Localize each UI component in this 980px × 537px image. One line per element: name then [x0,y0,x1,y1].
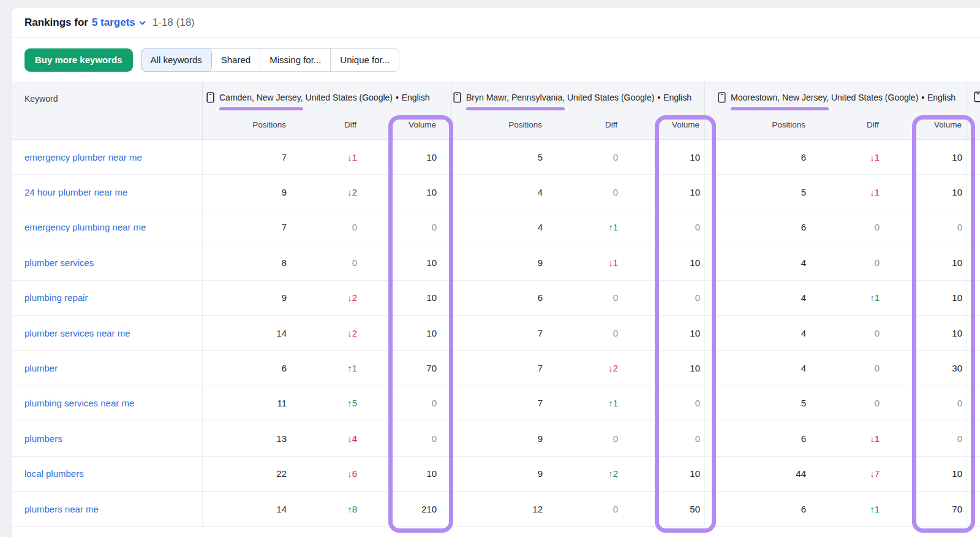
diff-value: 0 [543,434,618,443]
target-2-metrics: 12050 [451,492,704,526]
keyword-cell: plumbing services near me [12,386,202,421]
diff-value: ↑1 [806,293,880,302]
keyword-cell: plumber [12,351,202,385]
volume-column-header: Volume [879,121,962,129]
page: { "header": { "title_prefix": "Rankings … [0,0,980,537]
target-2-metrics: 7010 [451,316,704,350]
targets-dropdown[interactable]: 5 targets [92,17,146,29]
diff-value: ↓2 [287,329,357,338]
volume-value: 50 [618,505,700,514]
target-2-metrics: 9↑210 [451,457,704,491]
target-3-language: English [927,93,956,102]
position-value: 44 [705,469,806,478]
row-tail [966,210,980,245]
keyword-link[interactable]: plumbers [24,433,62,444]
keyword-link[interactable]: emergency plumber near me [24,152,142,162]
target-4-device-icon-partial [974,91,980,102]
target-3-metrics: 4010 [704,245,966,280]
table-row: plumbing repair9↓2106004↑110 [12,281,980,316]
target-3-metrics: 5↓110 [704,175,966,209]
target-1-location-rest: United States (Google) [306,93,393,102]
diff-column-header: Diff [286,121,356,129]
buy-more-keywords-button[interactable]: Buy more keywords [24,48,133,72]
target-1-language: English [402,93,430,102]
diff-value: ↓6 [287,469,357,478]
row-tail [966,316,980,350]
keyword-link[interactable]: local plumbers [24,468,84,479]
tab-shared[interactable]: Shared [212,49,260,71]
keyword-cell: plumbers [12,421,202,455]
position-value: 4 [452,223,543,232]
position-value: 9 [452,258,543,267]
keyword-link[interactable]: plumber services near me [24,328,130,338]
target-2-metrics: 7↓210 [451,351,704,385]
position-value: 6 [705,505,806,514]
row-tail [966,457,980,491]
volume-value: 10 [880,329,962,338]
volume-value: 0 [618,293,700,302]
diff-value: ↓1 [806,188,880,197]
row-tail [966,492,980,526]
diff-value: ↓4 [287,434,357,443]
target-1-metrics: 9↓210 [202,281,451,315]
keyword-cell: emergency plumbing near me [12,210,202,245]
table-row: plumbers13↓409006↓10 [12,421,980,456]
keyword-link[interactable]: plumbing repair [24,292,88,303]
target-3-metrics: 6↓10 [704,421,966,455]
volume-value: 0 [618,434,700,443]
table-row: plumber6↑1707↓2104030 [12,351,980,386]
keyword-cell: local plumbers [12,457,202,491]
diff-value: ↑1 [287,364,357,373]
target-2-location-underlined: Bryn Mawr, Pennsylvania, [466,93,565,102]
diff-value: ↓1 [806,153,880,162]
target-1-location-underlined: Camden, New Jersey, [219,93,303,102]
target-2-metrics: 5010 [451,140,704,174]
position-value: 9 [452,434,543,443]
bullet-separator: • [921,93,924,102]
volume-value: 0 [880,434,962,443]
position-value: 13 [203,434,287,443]
keyword-link[interactable]: plumbers near me [24,504,99,514]
volume-value: 10 [618,469,700,478]
volume-value: 10 [618,188,700,197]
target-1-metrics: 6↑170 [202,351,451,385]
column-separator [966,82,967,139]
keyword-link[interactable]: plumber services [24,257,94,268]
volume-value: 10 [357,258,437,267]
volume-value: 10 [880,258,962,267]
keyword-link[interactable]: emergency plumbing near me [24,222,146,232]
diff-value: ↓1 [543,258,618,267]
table-body: emergency plumber near me7↓11050106↓1102… [12,140,980,537]
keyword-cell: plumbing repair [12,281,202,315]
keyword-link[interactable]: plumbing services near me [24,398,134,408]
positions-column-header: Positions [451,121,542,129]
position-value: 14 [203,505,287,514]
target-3-metrics: 600 [704,210,966,245]
row-tail [966,140,980,174]
keyword-link[interactable]: plumber [24,363,58,373]
volume-value: 10 [880,153,962,162]
positions-column-header: Positions [202,121,286,129]
tab-unique-for[interactable]: Unique for... [330,49,399,71]
tab-missing-for[interactable]: Missing for... [260,49,330,71]
diff-value: ↓1 [806,434,880,443]
table-row: 24 hour plumber near me9↓21040105↓110 [12,175,980,210]
keywords-filter-tabs: All keywords Shared Missing for... Uniqu… [141,48,400,72]
position-value: 5 [705,188,806,197]
keyword-link[interactable]: 24 hour plumber near me [24,187,127,197]
keyword-cell: plumber services [12,245,202,280]
target-1-metrics: 14↓210 [202,316,451,350]
diff-value: ↑5 [287,398,357,408]
volume-value: 30 [880,364,962,373]
keyword-cell: emergency plumber near me [12,140,202,174]
position-value: 6 [705,153,806,162]
target-3-metrics: 4030 [704,351,966,385]
target-1-metrics: 7↓110 [202,140,451,174]
diff-column-header: Diff [805,121,879,129]
table-row: plumbing services near me11↑507↑10500 [12,386,980,421]
table-row: plumber services near me14↓21070104010 [12,316,980,351]
volume-value: 10 [880,188,962,197]
volume-value: 70 [880,505,962,514]
position-value: 7 [452,329,543,338]
tab-all-keywords[interactable]: All keywords [141,48,212,72]
